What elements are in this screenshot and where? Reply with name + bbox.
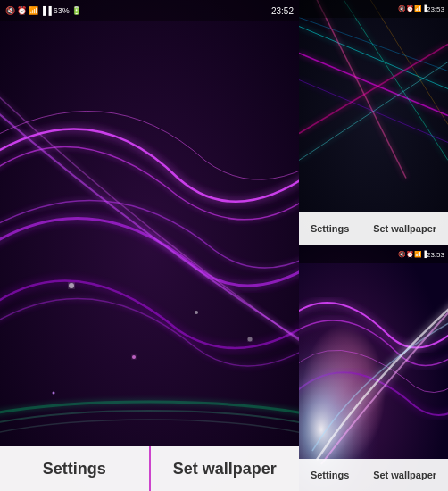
right-top-clock: 23:53 (427, 5, 444, 13)
svg-point-1 (69, 283, 74, 288)
right-top-icons: 🔇⏰📶▐ (398, 5, 427, 12)
right-top-status-bar: 🔇⏰📶▐ 23:53 (299, 0, 448, 18)
alarm-icon: ⏰ (17, 6, 27, 15)
right-top-bg (299, 0, 448, 245)
svg-point-2 (132, 355, 136, 359)
left-panel: 🔇 ⏰ 📶 ▐▐ 63% 🔋 23:52 Settings Set wallpa… (0, 0, 299, 491)
left-bottom-bar: Settings Set wallpaper (0, 446, 299, 491)
svg-point-3 (195, 311, 198, 314)
svg-rect-0 (0, 0, 299, 491)
signal-icon: ▐▐ (40, 6, 52, 15)
svg-rect-9 (299, 0, 448, 245)
left-status-bar: 🔇 ⏰ 📶 ▐▐ 63% 🔋 23:52 (0, 0, 299, 21)
right-bottom-settings-button[interactable]: Settings (299, 459, 361, 491)
right-bottom-set-wallpaper-button[interactable]: Set wallpaper (361, 459, 448, 491)
battery-text: 63% (54, 6, 70, 15)
right-bottom-status-bar: 🔇⏰📶▐ 23:53 (299, 246, 448, 263)
right-top-preview[interactable]: 🔇⏰📶▐ 23:53 Settings Set wallpaper (299, 0, 448, 246)
mute-icon: 🔇 (5, 6, 15, 15)
right-top-bottom-bar: Settings Set wallpaper (299, 212, 448, 245)
settings-button[interactable]: Settings (0, 446, 151, 491)
svg-point-5 (248, 337, 253, 342)
right-bottom-clock: 23:53 (427, 251, 444, 259)
right-panel: 🔇⏰📶▐ 23:53 Settings Set wallpaper (299, 0, 448, 491)
svg-point-4 (53, 392, 55, 395)
right-top-settings-button[interactable]: Settings (299, 212, 361, 245)
left-wallpaper-bg (0, 0, 299, 491)
right-bottom-icons: 🔇⏰📶▐ (398, 251, 427, 258)
right-top-set-wallpaper-button[interactable]: Set wallpaper (361, 212, 448, 245)
left-status-icons: 🔇 ⏰ 📶 ▐▐ 63% 🔋 (5, 6, 81, 15)
right-bottom-bg (299, 246, 448, 491)
left-clock: 23:52 (271, 6, 294, 16)
right-bottom-preview[interactable]: 🔇⏰📶▐ 23:53 Settings Set wallpaper (299, 246, 448, 491)
battery-icon: 🔋 (71, 6, 81, 15)
set-wallpaper-button[interactable]: Set wallpaper (151, 446, 300, 491)
right-bottom-bottom-bar: Settings Set wallpaper (299, 459, 448, 491)
wifi-icon: 📶 (29, 6, 38, 15)
